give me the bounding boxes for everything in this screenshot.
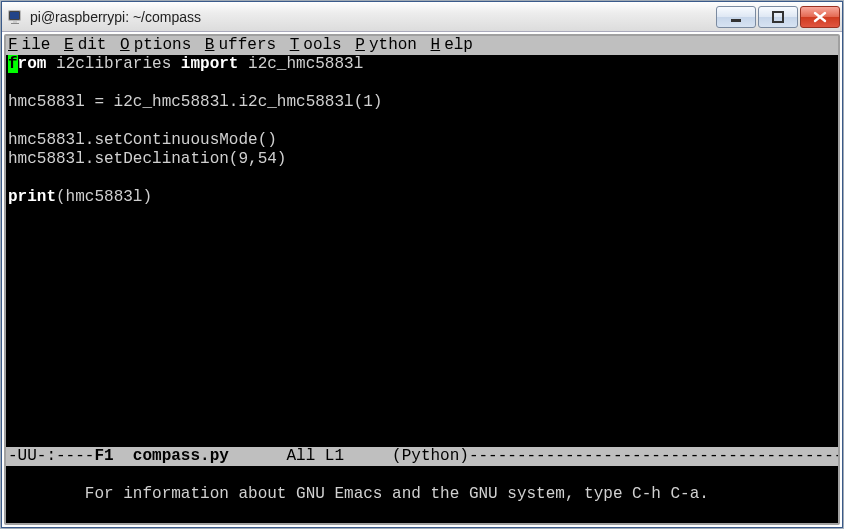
code-line: from i2clibraries import i2c_hmc5883l [8,55,840,74]
code-line: hmc5883l.setDeclination(9,54) [8,150,840,169]
window-frame: pi@raspberrypi: ~/compass File Edit Opti… [1,1,843,528]
window-controls [714,6,840,28]
svg-rect-1 [10,12,19,19]
maximize-button[interactable] [758,6,798,28]
svg-rect-5 [773,12,783,22]
titlebar[interactable]: pi@raspberrypi: ~/compass [2,2,842,32]
emacs-menubar[interactable]: File Edit Options Buffers Tools Python H… [6,36,840,55]
app-icon [8,9,24,25]
svg-rect-4 [731,19,741,22]
svg-rect-2 [13,21,17,23]
emacs-terminal: File Edit Options Buffers Tools Python H… [6,36,840,523]
menu-item-edit[interactable]: Edit [64,36,120,55]
client-area: File Edit Options Buffers Tools Python H… [4,34,840,525]
menu-item-options[interactable]: Options [120,36,205,55]
menu-item-help[interactable]: Help [431,36,487,55]
svg-rect-3 [11,23,19,24]
menu-item-python[interactable]: Python [355,36,430,55]
close-button[interactable] [800,6,840,28]
menu-item-file[interactable]: File [8,36,64,55]
minimize-button[interactable] [716,6,756,28]
minibuffer: For information about GNU Emacs and the … [6,466,840,523]
code-line: hmc5883l = i2c_hmc5883l.i2c_hmc5883l(1) [8,93,840,112]
code-line [8,74,840,93]
code-line: print(hmc5883l) [8,188,840,207]
mode-line: -UU-:----F1 compass.py All L1 (Python)--… [6,447,840,466]
editor-area[interactable]: from i2clibraries import i2c_hmc5883l hm… [6,55,840,447]
code-line [8,169,840,188]
menu-item-tools[interactable]: Tools [290,36,356,55]
code-line [8,112,840,131]
menu-item-buffers[interactable]: Buffers [205,36,290,55]
code-line: hmc5883l.setContinuousMode() [8,131,840,150]
window-title: pi@raspberrypi: ~/compass [30,9,714,25]
minibuffer-text: For information about GNU Emacs and the … [85,485,709,503]
